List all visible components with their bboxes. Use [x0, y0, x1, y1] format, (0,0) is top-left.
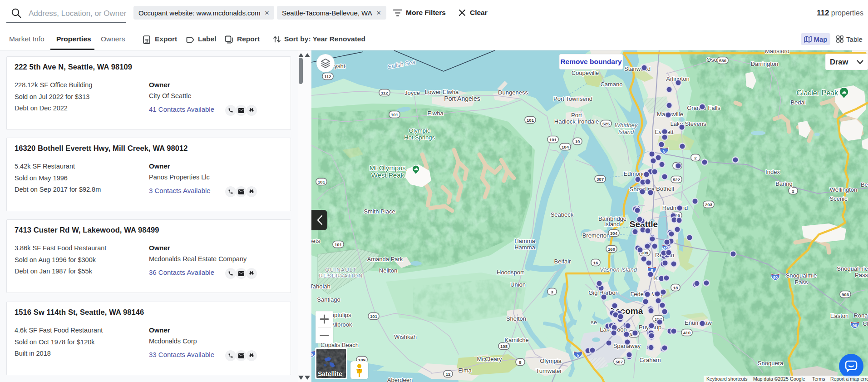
svg-text:5: 5	[311, 352, 313, 357]
svg-text:101: 101	[318, 179, 326, 184]
svg-text:Index: Index	[765, 169, 780, 175]
svg-text:530: 530	[719, 58, 726, 63]
svg-text:Oso: Oso	[706, 56, 717, 63]
svg-text:Island: Island	[604, 221, 620, 228]
svg-text:Queets: Queets	[311, 238, 320, 244]
svg-text:903: 903	[842, 292, 849, 297]
svg-text:Scenic: Scenic	[829, 195, 848, 202]
svg-text:Keyboard shortcuts: Keyboard shortcuts	[706, 376, 747, 382]
svg-text:160: 160	[608, 247, 615, 252]
svg-text:Ronald: Ronald	[853, 312, 868, 319]
svg-text:101: 101	[370, 314, 378, 319]
svg-text:Camano: Camano	[600, 81, 622, 88]
svg-text:Graham: Graham	[640, 357, 661, 363]
svg-text:304: 304	[610, 231, 618, 236]
svg-text:Belfair: Belfair	[554, 258, 572, 265]
svg-text:Neilton: Neilton	[379, 267, 397, 274]
svg-text:Snoqualmie: Snoqualmie	[786, 272, 817, 279]
svg-text:410: 410	[683, 330, 690, 335]
svg-text:525: 525	[602, 121, 610, 126]
svg-text:Port: Port	[571, 112, 582, 119]
svg-text:203: 203	[705, 202, 712, 207]
svg-text:Joyce: Joyce	[404, 89, 420, 96]
svg-text:Santiago: Santiago	[317, 296, 340, 303]
svg-text:Lower Elwha: Lower Elwha	[425, 89, 459, 95]
svg-text:se: se	[591, 319, 597, 326]
svg-text:Shelton: Shelton	[506, 315, 526, 322]
svg-text:Port Townsend: Port Townsend	[553, 95, 592, 102]
svg-text:Union: Union	[510, 281, 526, 288]
svg-text:Whidbey: Whidbey	[615, 122, 638, 129]
svg-text:19: 19	[575, 139, 580, 144]
svg-text:Bremerton: Bremerton	[582, 232, 610, 239]
svg-text:Draw: Draw	[830, 58, 848, 66]
svg-text:Cle: Cle	[863, 320, 868, 327]
svg-text:Olympia: Olympia	[540, 357, 562, 364]
svg-text:McCleary: McCleary	[477, 356, 502, 362]
svg-text:Report a map error: Report a map error	[830, 376, 868, 382]
svg-text:Ber: Ber	[861, 181, 868, 188]
svg-text:Seabeck: Seabeck	[551, 211, 574, 218]
svg-text:Baring: Baring	[775, 180, 793, 187]
svg-text:Coupeville: Coupeville	[572, 69, 599, 76]
svg-text:16: 16	[593, 260, 598, 265]
svg-text:101: 101	[549, 137, 557, 142]
svg-text:12: 12	[446, 372, 451, 377]
svg-text:Pass: Pass	[855, 272, 868, 278]
svg-text:2: 2	[792, 189, 794, 193]
svg-text:Easton: Easton	[830, 313, 848, 319]
svg-text:522: 522	[673, 177, 680, 182]
svg-text:Wishkah: Wishkah	[394, 333, 417, 340]
svg-text:507: 507	[616, 359, 623, 364]
svg-text:Hoodsport: Hoodsport	[497, 269, 524, 276]
svg-text:Map data ©2025 Google: Map data ©2025 Google	[753, 376, 805, 382]
svg-text:Hadlock-Irondale: Hadlock-Irondale	[554, 118, 599, 125]
svg-text:Bedal: Bedal	[790, 99, 805, 106]
svg-text:112: 112	[381, 90, 388, 95]
svg-text:2: 2	[694, 155, 696, 160]
svg-text:Dungeness: Dungeness	[498, 89, 528, 96]
svg-text:West Peak: West Peak	[371, 171, 404, 179]
svg-text:112: 112	[324, 74, 331, 79]
svg-text:Amanda Park: Amanda Park	[367, 256, 403, 263]
svg-text:Allbrook: Allbrook	[331, 321, 352, 328]
svg-text:104: 104	[562, 144, 569, 149]
svg-text:Terms: Terms	[812, 376, 825, 382]
svg-text:Snoqualmie: Snoqualmie	[837, 265, 868, 272]
svg-text:8: 8	[519, 360, 521, 365]
svg-text:Taholah: Taholah	[311, 283, 330, 290]
svg-text:Elwha: Elwha	[427, 110, 444, 117]
svg-text:Darrington: Darrington	[751, 60, 779, 67]
svg-text:Island: Island	[618, 129, 634, 135]
svg-text:5: 5	[577, 353, 579, 357]
svg-text:Remove boundary: Remove boundary	[560, 58, 622, 65]
svg-text:5: 5	[663, 149, 665, 154]
svg-text:Pass: Pass	[795, 279, 808, 286]
svg-text:Port Angeles: Port Angeles	[444, 95, 480, 102]
svg-text:3: 3	[551, 289, 553, 294]
svg-text:90: 90	[853, 323, 857, 328]
svg-text:101: 101	[527, 118, 534, 123]
svg-text:307: 307	[597, 177, 604, 182]
svg-text:Hamma: Hamma	[514, 238, 535, 244]
svg-text:Wellington: Wellington	[830, 186, 857, 193]
svg-text:Satellite: Satellite	[318, 370, 342, 377]
svg-text:Redmond: Redmond	[662, 204, 688, 211]
svg-text:Hamma: Hamma	[514, 244, 535, 251]
svg-text:Olympic: Olympic	[409, 127, 430, 134]
svg-text:Elma: Elma	[458, 367, 472, 374]
svg-text:QUINAULT: QUINAULT	[325, 267, 356, 273]
svg-text:Lake Stevens: Lake Stevens	[671, 120, 706, 127]
svg-text:101: 101	[335, 242, 342, 247]
svg-text:Mt Olympus,: Mt Olympus,	[370, 164, 408, 172]
svg-text:Enumclaw: Enumclaw	[685, 319, 712, 326]
svg-text:Mansford: Mansford	[765, 50, 789, 55]
svg-text:18: 18	[673, 285, 678, 290]
svg-text:Bothell: Bothell	[656, 185, 674, 192]
svg-text:Snoquera: Snoquera	[758, 360, 784, 367]
svg-text:Smith Place: Smith Place	[364, 208, 395, 215]
svg-text:90: 90	[773, 275, 778, 280]
svg-text:RESERVATION: RESERVATION	[319, 273, 363, 278]
svg-text:Aberdeen: Aberdeen	[387, 377, 413, 382]
svg-text:101: 101	[391, 112, 399, 117]
